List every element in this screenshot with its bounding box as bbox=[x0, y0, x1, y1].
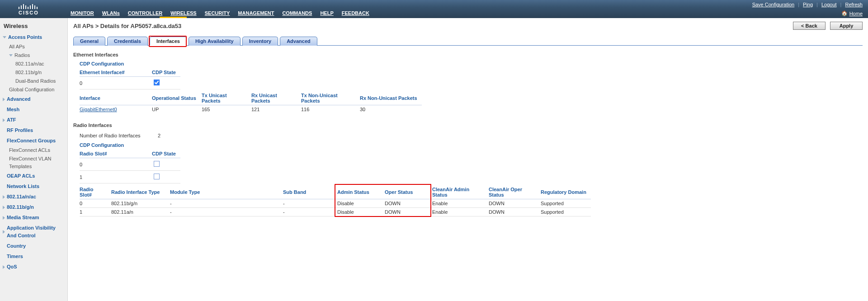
sidebar-item-label: 802.11b/g/n bbox=[7, 203, 34, 211]
sidebar-item-label: Network Lists bbox=[7, 183, 39, 190]
cell-oper: UP bbox=[152, 105, 202, 114]
nav-feedback[interactable]: FEEDBACK bbox=[342, 10, 369, 16]
nav-commands[interactable]: COMMANDS bbox=[282, 10, 312, 16]
page-title: All APs > Details for AP5057.a8ca.da53 bbox=[73, 23, 181, 29]
subsection-radio-cdp: CDP Configuration bbox=[80, 142, 863, 148]
sidebar-item-label: FlexConnect VLAN Templates bbox=[9, 155, 65, 170]
sidebar-item-country[interactable]: Country bbox=[3, 241, 65, 251]
radio-count-value: 2 bbox=[158, 133, 160, 138]
radio-count-row: Number of Radio Interfaces 2 bbox=[80, 132, 863, 140]
cell-ca-admin: Enable bbox=[432, 199, 489, 208]
sidebar-item-80211bgn[interactable]: 802.11b/g/n bbox=[3, 202, 65, 212]
col-rx-unicast: Rx Unicast Packets bbox=[251, 91, 301, 105]
header-right-links: Save Configuration | Ping | Logout | Ref… bbox=[752, 2, 863, 7]
cell-oper: DOWN bbox=[385, 208, 432, 216]
col-interface: Interface bbox=[80, 91, 152, 105]
cell-oper: DOWN bbox=[385, 199, 432, 208]
nav-monitor[interactable]: MONITOR bbox=[71, 10, 94, 16]
cell-txnon: 116 bbox=[301, 105, 360, 114]
sidebar-item-80211bgn[interactable]: 802.11b/g/n bbox=[15, 68, 65, 77]
nav-management[interactable]: MANAGEMENT bbox=[238, 10, 274, 16]
sidebar-item-label: Advanced bbox=[7, 95, 31, 103]
svg-rect-1 bbox=[21, 5, 22, 9]
svg-rect-0 bbox=[19, 7, 19, 9]
sidebar-item-network-lists[interactable]: Network Lists bbox=[3, 181, 65, 192]
sidebar-item-access-points[interactable]: Access Points bbox=[3, 32, 65, 42]
separator: | bbox=[816, 2, 818, 7]
ethernet-stats-table: Interface Operational Status Tx Unicast … bbox=[80, 91, 422, 113]
svg-rect-8 bbox=[37, 7, 38, 9]
sidebar-item-atf[interactable]: ATF bbox=[3, 115, 65, 125]
sidebar-item-label: 802.11a/n/ac bbox=[7, 193, 36, 201]
tab-general[interactable]: General bbox=[73, 37, 105, 46]
sidebar-item-label: Country bbox=[7, 242, 26, 250]
radio-slot: 0 bbox=[80, 158, 152, 171]
back-button[interactable]: < Back bbox=[793, 22, 826, 30]
col-oper-status: Operational Status bbox=[152, 91, 202, 105]
chevron-right-icon bbox=[3, 216, 5, 220]
sidebar-item-80211anac[interactable]: 802.11a/n/ac bbox=[15, 60, 65, 68]
sidebar-item-flexconnect-groups[interactable]: FlexConnect Groups bbox=[3, 136, 65, 146]
cell-ca-oper: DOWN bbox=[489, 199, 541, 208]
radio-cdp-checkbox-1[interactable] bbox=[154, 174, 160, 179]
col-rx-nonunicast: Rx Non-Unicast Packets bbox=[360, 91, 422, 105]
sidebar-item-flexconnect-acls[interactable]: FlexConnect ACLs bbox=[9, 146, 65, 155]
tab-high-availability[interactable]: High Availability bbox=[189, 37, 241, 46]
nav-help[interactable]: HELP bbox=[320, 10, 333, 16]
section-radio-title: Radio Interfaces bbox=[73, 122, 863, 128]
tab-interfaces[interactable]: Interfaces bbox=[150, 37, 187, 46]
sidebar-item-oeap-acls[interactable]: OEAP ACLs bbox=[3, 171, 65, 181]
sidebar-item-media-stream[interactable]: Media Stream bbox=[3, 212, 65, 223]
sidebar-item-advanced[interactable]: Advanced bbox=[3, 94, 65, 104]
save-config-link[interactable]: Save Configuration bbox=[752, 2, 795, 7]
tab-inventory[interactable]: Inventory bbox=[242, 37, 278, 46]
radio-status-table: Radio Slot# Radio Interface Type Module … bbox=[80, 185, 591, 216]
nav-wireless[interactable]: WIRELESS bbox=[170, 10, 196, 16]
nav-controller[interactable]: CONTROLLER bbox=[128, 10, 162, 16]
home-link[interactable]: Home bbox=[849, 11, 863, 16]
subsection-cdp-config: CDP Configuration bbox=[80, 61, 863, 66]
home-icon: 🏠 bbox=[841, 10, 848, 16]
sidebar-item-timers[interactable]: Timers bbox=[3, 251, 65, 262]
sidebar-item-all-aps[interactable]: All APs bbox=[9, 42, 65, 51]
eth-cdp-checkbox[interactable] bbox=[154, 80, 160, 85]
sidebar-item-label: Timers bbox=[7, 253, 23, 260]
cell-reg: Supported bbox=[541, 208, 591, 216]
col-reg-domain: Regulatory Domain bbox=[541, 185, 591, 199]
nav-security[interactable]: SECURITY bbox=[205, 10, 230, 16]
sidebar-item-flexconnect-vlan[interactable]: FlexConnect VLAN Templates bbox=[9, 155, 65, 171]
cell-ca-admin: Enable bbox=[432, 208, 489, 216]
col-subband: Sub Band bbox=[283, 185, 337, 199]
sidebar-item-label: OEAP ACLs bbox=[7, 172, 35, 180]
sidebar-item-global-config[interactable]: Global Configuration bbox=[9, 85, 65, 94]
tab-bar: General Credentials Interfaces High Avai… bbox=[73, 36, 863, 46]
sidebar-item-radios[interactable]: Radios bbox=[9, 51, 65, 60]
tab-credentials[interactable]: Credentials bbox=[107, 37, 148, 46]
home-row: 🏠 Home bbox=[841, 10, 863, 16]
sidebar-item-80211anac[interactable]: 802.11a/n/ac bbox=[3, 192, 65, 202]
ping-link[interactable]: Ping bbox=[803, 2, 813, 7]
cell-module: - bbox=[170, 208, 283, 216]
cell-admin: Disable bbox=[337, 199, 385, 208]
chevron-right-icon bbox=[3, 98, 5, 101]
app-header: CISCO MONITOR WLANs CONTROLLER WIRELESS … bbox=[0, 0, 868, 18]
sidebar-item-avc[interactable]: Application Visibility And Control bbox=[3, 223, 65, 241]
nav-wlans[interactable]: WLANs bbox=[102, 10, 120, 16]
sidebar-item-label: FlexConnect ACLs bbox=[9, 146, 50, 154]
cell-admin: Disable bbox=[337, 208, 385, 216]
chevron-right-icon bbox=[3, 265, 5, 269]
sidebar-item-label: RF Profiles bbox=[7, 127, 33, 134]
radio-cdp-checkbox-0[interactable] bbox=[154, 161, 160, 167]
sidebar-item-qos[interactable]: QoS bbox=[3, 262, 65, 272]
refresh-link[interactable]: Refresh bbox=[845, 2, 863, 7]
logout-link[interactable]: Logout bbox=[821, 2, 837, 7]
sidebar-item-mesh[interactable]: Mesh bbox=[3, 104, 65, 115]
tab-advanced[interactable]: Advanced bbox=[280, 37, 317, 46]
sidebar-item-rf-profiles[interactable]: RF Profiles bbox=[3, 125, 65, 136]
cell-type: 802.11a/n bbox=[111, 208, 170, 216]
chevron-right-icon bbox=[3, 230, 5, 234]
cell-rxuni: 121 bbox=[251, 105, 301, 114]
apply-button[interactable]: Apply bbox=[830, 22, 863, 30]
sidebar-item-dual-band[interactable]: Dual-Band Radios bbox=[15, 77, 65, 85]
interface-link[interactable]: GigabitEthernet0 bbox=[80, 107, 117, 112]
